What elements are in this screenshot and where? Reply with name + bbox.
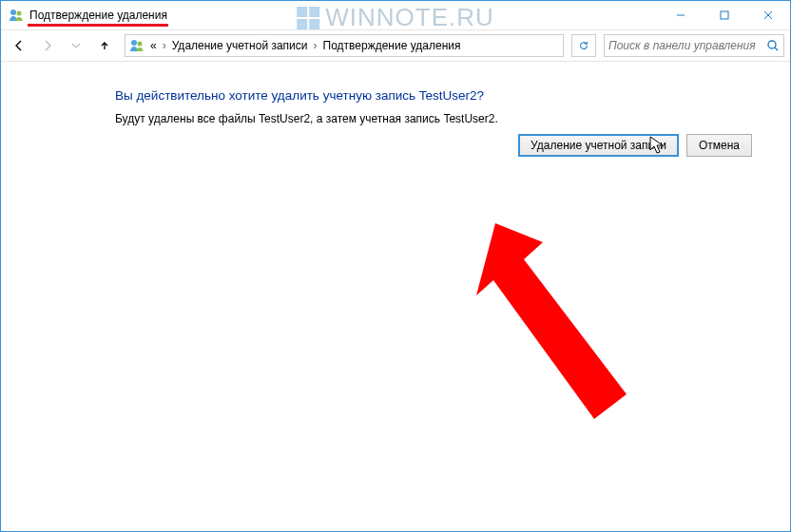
svg-point-8 [768,41,776,48]
window-title: Подтверждение удаления [29,9,167,22]
search-box[interactable] [604,34,784,57]
nav-toolbar: « › Удаление учетной записи › Подтвержде… [1,29,790,62]
svg-point-0 [10,10,16,15]
delete-account-button[interactable]: Удаление учетной записи [518,134,679,157]
maximize-button[interactable] [703,1,746,29]
svg-point-1 [17,11,22,16]
annotation-arrow [476,223,638,432]
minimize-button[interactable] [659,1,703,29]
breadcrumb-item-2[interactable]: Подтверждение удаления [323,39,461,52]
breadcrumb-item-1[interactable]: Удаление учетной записи [172,39,308,52]
cancel-button[interactable]: Отмена [686,134,752,157]
chevron-right-icon: › [310,39,321,52]
button-row: Удаление учетной записи Отмена [518,134,752,157]
up-button[interactable] [92,33,117,58]
search-input[interactable] [608,39,766,52]
annotation-underline [28,24,168,27]
refresh-button[interactable] [571,34,596,57]
chevron-right-icon: › [159,39,170,52]
svg-marker-10 [476,223,627,419]
close-button[interactable] [746,1,790,29]
svg-line-9 [775,48,778,50]
content-area: Вы действительно хотите удалить учетную … [1,62,790,531]
window: WINNOTE.RU Подтверждение удаления « › Уд [0,0,791,532]
search-icon [766,39,780,52]
page-body-text: Будут удалены все файлы TestUser2, а зат… [115,112,752,125]
window-controls [659,1,790,29]
back-button[interactable] [7,33,31,58]
breadcrumb[interactable]: « › Удаление учетной записи › Подтвержде… [125,34,564,57]
page-heading: Вы действительно хотите удалить учетную … [115,88,752,103]
recent-locations-button[interactable] [64,33,88,58]
forward-button[interactable] [35,33,60,58]
svg-point-6 [131,40,137,46]
user-accounts-icon [9,8,24,23]
titlebar: Подтверждение удаления [1,1,790,29]
svg-point-7 [138,42,143,47]
breadcrumb-overflow[interactable]: « [150,39,157,52]
svg-rect-3 [721,11,728,19]
user-accounts-icon [129,38,145,53]
